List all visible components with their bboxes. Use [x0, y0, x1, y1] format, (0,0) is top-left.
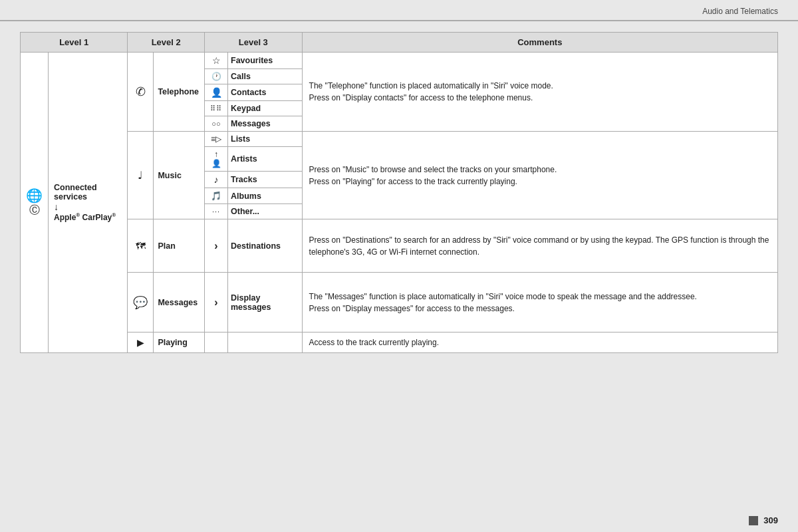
playing-level3-label: [228, 332, 303, 353]
albums-icon: 🎵: [205, 188, 228, 204]
table-row: 🌐 Ⓒ Connected services ↓ Apple® CarPlay®…: [21, 53, 778, 69]
lists-icon: ≡▷: [205, 132, 228, 147]
table-row: ▶ Playing Access to the track currently …: [21, 332, 778, 353]
page-content: Level 1 Level 2 Level 3 Comments 🌐 Ⓒ Con…: [0, 21, 798, 360]
lists-label: Lists: [228, 132, 303, 147]
artists-label: Artists: [228, 147, 303, 172]
music-comment: Press on "Music" to browse and select th…: [302, 132, 777, 219]
messages-tel-label: Messages: [228, 116, 303, 132]
tracks-icon: ♪: [205, 172, 228, 188]
arrow-down-icon: ↓: [54, 201, 122, 212]
artists-icon: ↑👤: [205, 147, 228, 172]
table-row: ♩ Music ≡▷ Lists Press on "Music" to bro…: [21, 132, 778, 147]
globe-icon: 🌐: [26, 188, 43, 203]
col-comments: Comments: [302, 33, 777, 53]
other-icon: ···: [205, 204, 228, 219]
messages-icon-cell: 💬: [128, 273, 154, 332]
playing-level3-icon: [205, 332, 228, 353]
contacts-icon: 👤: [205, 84, 228, 101]
plan-comment: Press on "Destinations" to search for an…: [302, 219, 777, 273]
messages-level2-label: Messages: [154, 273, 205, 332]
music-label: Music: [154, 132, 205, 219]
favourites-label: Favourites: [228, 53, 303, 69]
playing-label: Playing: [154, 332, 205, 353]
main-table: Level 1 Level 2 Level 3 Comments 🌐 Ⓒ Con…: [20, 32, 778, 353]
connected-services-icon-cell: 🌐 Ⓒ: [21, 53, 49, 353]
destinations-label: Destinations: [228, 219, 303, 273]
connected-services-label: Connected services: [54, 183, 122, 201]
col-level3: Level 3: [205, 33, 303, 53]
display-messages-icon: ›: [205, 273, 228, 332]
col-level1: Level 1: [21, 33, 128, 53]
plan-label: Plan: [154, 219, 205, 273]
keypad-icon: ⠿⠿: [205, 101, 228, 116]
page-header: Audio and Telematics: [0, 0, 798, 21]
keypad-label: Keypad: [228, 101, 303, 116]
messages-comment: The "Messages" function is place automat…: [302, 273, 777, 332]
table-row: 🗺 Plan › Destinations Press on "Destinat…: [21, 219, 778, 273]
destinations-icon: ›: [205, 219, 228, 273]
calls-label: Calls: [228, 69, 303, 84]
header-title: Audio and Telematics: [702, 7, 778, 16]
tracks-label: Tracks: [228, 172, 303, 188]
display-messages-label: Display messages: [228, 273, 303, 332]
page-number: 309: [763, 515, 778, 525]
contacts-label: Contacts: [228, 84, 303, 101]
carplay-icon: Ⓒ: [26, 203, 43, 217]
page-footer: 309: [749, 515, 778, 525]
calls-icon: 🕐: [205, 69, 228, 84]
playing-comment: Access to the track currently playing.: [302, 332, 777, 353]
connected-services-label-cell: Connected services ↓ Apple® CarPlay®: [49, 53, 128, 353]
telephone-label: Telephone: [154, 53, 205, 132]
telephone-comment: The "Telephone" function is placed autom…: [302, 53, 777, 132]
albums-label: Albums: [228, 188, 303, 204]
other-label: Other...: [228, 204, 303, 219]
playing-icon-cell: ▶: [128, 332, 154, 353]
footer-rect-icon: [749, 516, 758, 525]
telephone-icon-cell: ✆: [128, 53, 154, 132]
col-level2: Level 2: [128, 33, 205, 53]
table-row: 💬 Messages › Display messages The "Messa…: [21, 273, 778, 332]
messages-tel-icon: ○○: [205, 116, 228, 132]
carplay-label: Apple® CarPlay®: [54, 212, 122, 222]
favourites-icon: ☆: [205, 53, 228, 69]
plan-icon-cell: 🗺: [128, 219, 154, 273]
music-icon-cell: ♩: [128, 132, 154, 219]
